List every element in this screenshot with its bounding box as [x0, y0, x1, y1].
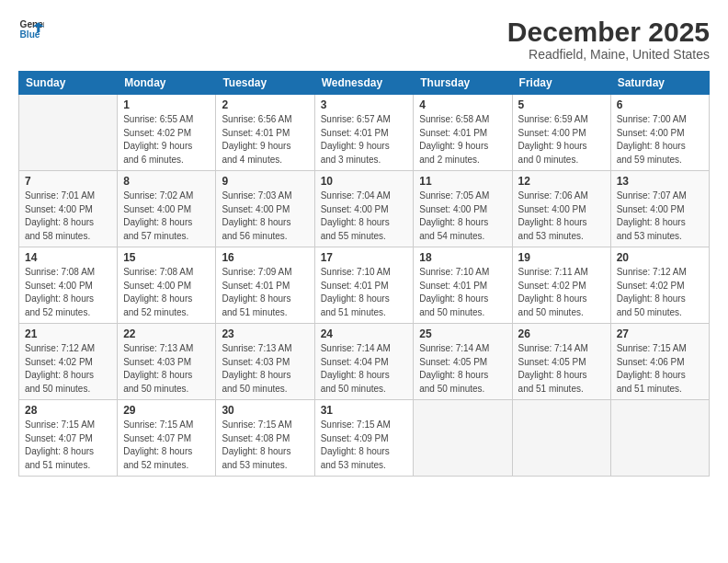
table-row: 27Sunrise: 7:15 AMSunset: 4:06 PMDayligh…: [610, 324, 709, 400]
day-number: 2: [222, 98, 308, 111]
day-info: Sunrise: 6:56 AMSunset: 4:01 PMDaylight:…: [222, 113, 308, 167]
title-area: December 2025 Readfield, Maine, United S…: [507, 17, 710, 62]
header-sunday: Sunday: [19, 72, 118, 95]
day-number: 3: [321, 98, 408, 111]
day-info: Sunrise: 7:15 AMSunset: 4:06 PMDaylight:…: [617, 342, 703, 396]
header-wednesday: Wednesday: [314, 72, 414, 95]
table-row: 2Sunrise: 6:56 AMSunset: 4:01 PMDaylight…: [216, 95, 314, 171]
day-number: 6: [617, 98, 703, 111]
day-info: Sunrise: 7:10 AMSunset: 4:01 PMDaylight:…: [321, 266, 408, 319]
day-number: 29: [123, 404, 210, 417]
day-info: Sunrise: 7:03 AMSunset: 4:00 PMDaylight:…: [222, 190, 308, 243]
page: General Blue December 2025 Readfield, Ma…: [0, 0, 728, 563]
table-row: 5Sunrise: 6:59 AMSunset: 4:00 PMDaylight…: [512, 95, 610, 171]
day-number: 17: [321, 251, 408, 264]
day-info: Sunrise: 7:08 AMSunset: 4:00 PMDaylight:…: [123, 266, 210, 319]
table-row: [512, 400, 610, 477]
table-row: [19, 95, 118, 171]
day-info: Sunrise: 7:07 AMSunset: 4:00 PMDaylight:…: [617, 190, 703, 243]
day-info: Sunrise: 7:01 AMSunset: 4:00 PMDaylight:…: [25, 190, 111, 243]
table-row: 25Sunrise: 7:14 AMSunset: 4:05 PMDayligh…: [414, 324, 512, 400]
table-row: 29Sunrise: 7:15 AMSunset: 4:07 PMDayligh…: [118, 400, 216, 477]
table-row: 23Sunrise: 7:13 AMSunset: 4:03 PMDayligh…: [216, 324, 314, 400]
table-row: 13Sunrise: 7:07 AMSunset: 4:00 PMDayligh…: [610, 171, 709, 247]
day-number: 27: [617, 327, 703, 340]
day-info: Sunrise: 7:11 AMSunset: 4:02 PMDaylight:…: [518, 266, 605, 319]
day-info: Sunrise: 7:04 AMSunset: 4:00 PMDaylight:…: [321, 190, 408, 243]
day-info: Sunrise: 7:14 AMSunset: 4:05 PMDaylight:…: [518, 342, 605, 396]
day-number: 7: [25, 175, 111, 188]
day-number: 19: [518, 251, 605, 264]
header-monday: Monday: [118, 72, 216, 95]
day-number: 11: [419, 175, 506, 188]
table-row: 19Sunrise: 7:11 AMSunset: 4:02 PMDayligh…: [512, 247, 610, 324]
day-info: Sunrise: 6:55 AMSunset: 4:02 PMDaylight:…: [123, 113, 210, 167]
table-row: 24Sunrise: 7:14 AMSunset: 4:04 PMDayligh…: [314, 324, 414, 400]
table-row: 21Sunrise: 7:12 AMSunset: 4:02 PMDayligh…: [19, 324, 118, 400]
table-row: [610, 400, 709, 477]
table-row: 16Sunrise: 7:09 AMSunset: 4:01 PMDayligh…: [216, 247, 314, 324]
day-info: Sunrise: 6:58 AMSunset: 4:01 PMDaylight:…: [419, 113, 506, 167]
table-row: 14Sunrise: 7:08 AMSunset: 4:00 PMDayligh…: [19, 247, 118, 324]
header-thursday: Thursday: [414, 72, 512, 95]
table-row: 30Sunrise: 7:15 AMSunset: 4:08 PMDayligh…: [216, 400, 314, 477]
day-info: Sunrise: 7:10 AMSunset: 4:01 PMDaylight:…: [419, 266, 506, 319]
day-number: 18: [419, 251, 506, 264]
day-info: Sunrise: 7:14 AMSunset: 4:05 PMDaylight:…: [419, 342, 506, 396]
subtitle: Readfield, Maine, United States: [507, 47, 710, 62]
logo-icon: General Blue: [18, 17, 44, 42]
day-number: 8: [123, 175, 210, 188]
day-info: Sunrise: 7:09 AMSunset: 4:01 PMDaylight:…: [222, 266, 308, 319]
table-row: 17Sunrise: 7:10 AMSunset: 4:01 PMDayligh…: [314, 247, 414, 324]
logo: General Blue: [18, 17, 44, 42]
day-number: 5: [518, 98, 605, 111]
header-tuesday: Tuesday: [216, 72, 314, 95]
day-info: Sunrise: 7:14 AMSunset: 4:04 PMDaylight:…: [321, 342, 408, 396]
header-friday: Friday: [512, 72, 610, 95]
day-info: Sunrise: 7:13 AMSunset: 4:03 PMDaylight:…: [222, 342, 308, 396]
day-number: 4: [419, 98, 506, 111]
day-number: 30: [222, 404, 308, 417]
table-row: 4Sunrise: 6:58 AMSunset: 4:01 PMDaylight…: [414, 95, 512, 171]
day-number: 15: [123, 251, 210, 264]
table-row: 1Sunrise: 6:55 AMSunset: 4:02 PMDaylight…: [118, 95, 216, 171]
day-number: 16: [222, 251, 308, 264]
table-row: [414, 400, 512, 477]
day-number: 1: [123, 98, 210, 111]
day-number: 9: [222, 175, 308, 188]
week-row-2: 7Sunrise: 7:01 AMSunset: 4:00 PMDaylight…: [19, 171, 710, 247]
day-info: Sunrise: 7:00 AMSunset: 4:00 PMDaylight:…: [617, 113, 703, 167]
table-row: 20Sunrise: 7:12 AMSunset: 4:02 PMDayligh…: [610, 247, 709, 324]
day-info: Sunrise: 7:15 AMSunset: 4:08 PMDaylight:…: [222, 419, 308, 472]
table-row: 31Sunrise: 7:15 AMSunset: 4:09 PMDayligh…: [314, 400, 414, 477]
day-number: 23: [222, 327, 308, 340]
table-row: 28Sunrise: 7:15 AMSunset: 4:07 PMDayligh…: [19, 400, 118, 477]
table-row: 8Sunrise: 7:02 AMSunset: 4:00 PMDaylight…: [118, 171, 216, 247]
table-row: 12Sunrise: 7:06 AMSunset: 4:00 PMDayligh…: [512, 171, 610, 247]
table-row: 9Sunrise: 7:03 AMSunset: 4:00 PMDaylight…: [216, 171, 314, 247]
week-row-4: 21Sunrise: 7:12 AMSunset: 4:02 PMDayligh…: [19, 324, 710, 400]
day-number: 26: [518, 327, 605, 340]
day-info: Sunrise: 7:15 AMSunset: 4:07 PMDaylight:…: [25, 419, 111, 472]
table-row: 22Sunrise: 7:13 AMSunset: 4:03 PMDayligh…: [118, 324, 216, 400]
header-saturday: Saturday: [610, 72, 709, 95]
day-info: Sunrise: 7:12 AMSunset: 4:02 PMDaylight:…: [25, 342, 111, 396]
day-info: Sunrise: 7:13 AMSunset: 4:03 PMDaylight:…: [123, 342, 210, 396]
day-info: Sunrise: 7:15 AMSunset: 4:07 PMDaylight:…: [123, 419, 210, 472]
day-info: Sunrise: 7:05 AMSunset: 4:00 PMDaylight:…: [419, 190, 506, 243]
day-info: Sunrise: 7:12 AMSunset: 4:02 PMDaylight:…: [617, 266, 703, 319]
day-info: Sunrise: 7:08 AMSunset: 4:00 PMDaylight:…: [25, 266, 111, 319]
day-info: Sunrise: 7:15 AMSunset: 4:09 PMDaylight:…: [321, 419, 408, 472]
header: General Blue December 2025 Readfield, Ma…: [18, 17, 710, 62]
week-row-5: 28Sunrise: 7:15 AMSunset: 4:07 PMDayligh…: [19, 400, 710, 477]
day-info: Sunrise: 6:57 AMSunset: 4:01 PMDaylight:…: [321, 113, 408, 167]
day-info: Sunrise: 7:02 AMSunset: 4:00 PMDaylight:…: [123, 190, 210, 243]
day-info: Sunrise: 6:59 AMSunset: 4:00 PMDaylight:…: [518, 113, 605, 167]
day-number: 10: [321, 175, 408, 188]
main-title: December 2025: [507, 17, 710, 47]
day-number: 12: [518, 175, 605, 188]
table-row: 15Sunrise: 7:08 AMSunset: 4:00 PMDayligh…: [118, 247, 216, 324]
day-header-row: Sunday Monday Tuesday Wednesday Thursday…: [19, 72, 710, 95]
week-row-1: 1Sunrise: 6:55 AMSunset: 4:02 PMDaylight…: [19, 95, 710, 171]
day-number: 31: [321, 404, 408, 417]
